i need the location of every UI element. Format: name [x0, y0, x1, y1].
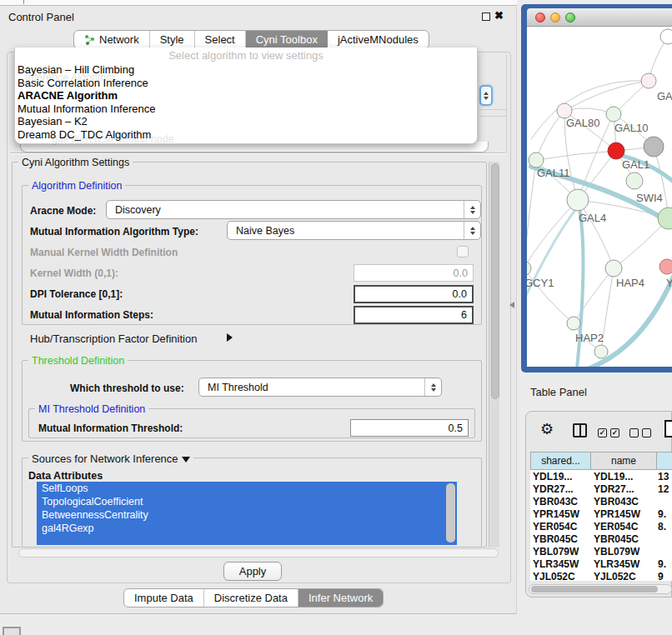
tab-cyni-toolbox[interactable]: Cyni Toolbox	[246, 31, 328, 48]
network-node[interactable]	[644, 137, 664, 157]
algorithm-option[interactable]: Dream8 DC_TDC Algorithm	[18, 128, 477, 142]
network-node[interactable]	[659, 259, 672, 274]
kernel-width-field[interactable]: 0.0	[354, 264, 474, 282]
algorithm-combo-stepper[interactable]	[479, 85, 493, 106]
tab-discretize-data[interactable]: Discretize Data	[204, 589, 298, 607]
network-node-gal1[interactable]	[608, 142, 624, 159]
table-row[interactable]: YLR345W YLR345W 9.	[530, 558, 672, 570]
network-node[interactable]	[660, 29, 672, 44]
threshold-definition-title: Threshold Definition	[28, 355, 128, 367]
attribute-item[interactable]: SelfLoops	[37, 482, 457, 495]
network-node-gal11[interactable]	[529, 152, 544, 168]
close-icon[interactable]: ✖	[494, 9, 504, 22]
cell-shared: YBR043C	[530, 496, 591, 508]
network-node[interactable]	[641, 73, 656, 88]
table-row[interactable]: YDL19... YDL19... 13	[530, 470, 672, 482]
mi-threshold-field[interactable]: 0.5	[350, 419, 469, 437]
algorithm-option[interactable]: Basic Correlation Inference	[18, 77, 477, 90]
tab-impute-data-label: Impute Data	[134, 592, 193, 604]
network-view-window[interactable]: GAL GAL80 GAL10 GAL1 GAL11 SWI4 GAL4 GCY…	[521, 4, 672, 372]
mi-steps-field[interactable]: 6	[354, 306, 474, 324]
gear-icon[interactable]: ⚙	[540, 422, 554, 437]
data-attributes-list[interactable]: SelfLoops TopologicalCoefficient Between…	[37, 482, 457, 545]
cell-name: YER054C	[591, 521, 656, 532]
window-top-strip	[0, 0, 517, 6]
table-row[interactable]: YDR27... YDR27... 12	[530, 482, 672, 495]
network-node-swi4[interactable]	[626, 172, 643, 189]
hub-definition-label[interactable]: Hub/Transcription Factor Definition	[30, 332, 197, 345]
node-label-hap2: HAP2	[575, 332, 604, 344]
sources-collapse-arrow-icon[interactable]	[182, 457, 190, 462]
sources-title-text: Sources for Network Inference	[32, 452, 178, 465]
split-columns-icon[interactable]	[573, 423, 587, 438]
tab-impute-data[interactable]: Impute Data	[124, 589, 204, 607]
settings-hscrollbar[interactable]	[18, 548, 499, 558]
manual-kernel-checkbox[interactable]	[457, 246, 469, 258]
column-header-shared[interactable]: shared...	[530, 452, 591, 470]
network-node-hap4[interactable]	[605, 260, 622, 277]
network-canvas[interactable]: GAL GAL80 GAL10 GAL1 GAL11 SWI4 GAL4 GCY…	[527, 27, 672, 367]
table-row[interactable]: YBR043C YBR043C	[530, 495, 672, 508]
algorithm-option[interactable]: Bayesian – K2	[18, 115, 477, 128]
table-row[interactable]: YER054C YER054C 8.	[530, 520, 672, 532]
settings-scrollbar[interactable]	[489, 162, 499, 548]
attribute-item[interactable]: BetweennessCentrality	[37, 508, 457, 522]
tab-network[interactable]: Network	[74, 31, 150, 48]
table-row[interactable]: YJL052C YJL052C 9	[530, 570, 672, 581]
settings-scrollbar-thumb[interactable]	[491, 163, 499, 399]
network-window-titlebar[interactable]	[527, 8, 672, 27]
aracne-mode-combo[interactable]: Discovery	[106, 200, 481, 219]
attribute-item[interactable]: TopologicalCoefficient	[37, 495, 457, 508]
split-collapse-arrow-icon[interactable]	[509, 302, 514, 308]
minimize-traffic-light-icon[interactable]	[550, 12, 560, 22]
attribute-item[interactable]: gal4RGexp	[37, 522, 457, 535]
node-label-gcy1: GCY1	[527, 277, 554, 289]
close-traffic-light-icon[interactable]	[535, 12, 545, 22]
cell-name: YJL052C	[591, 571, 656, 582]
node-label-gal1: GAL1	[622, 158, 649, 171]
algorithm-option[interactable]: Bayesian – Hill Climbing	[18, 63, 477, 77]
control-panel-window: Control Panel ✖ Network Style Select Cyn…	[0, 7, 517, 614]
minimized-panel-icon[interactable]	[3, 627, 21, 635]
dpi-tolerance-field[interactable]: 0.0	[354, 285, 474, 303]
network-icon	[84, 34, 95, 45]
network-node-gal10[interactable]	[606, 107, 621, 122]
tab-style[interactable]: Style	[150, 31, 195, 48]
cell-value: 9	[656, 571, 672, 582]
page-icon[interactable]	[664, 420, 672, 438]
network-node[interactable]	[594, 345, 608, 358]
which-threshold-combo[interactable]: MI Threshold	[198, 378, 442, 397]
combo-stepper-icon	[464, 222, 480, 239]
column-header-partial[interactable]	[657, 452, 672, 470]
unchecked-pair-icon[interactable]	[629, 428, 651, 438]
tab-select[interactable]: Select	[195, 31, 246, 48]
checked-pair-icon[interactable]: ✓✓	[598, 428, 619, 438]
table-row[interactable]: YBL079W YBL079W	[530, 545, 672, 558]
zoom-traffic-light-icon[interactable]	[565, 12, 575, 22]
panel-divider-line	[479, 109, 507, 110]
network-node-gal4[interactable]	[567, 189, 589, 211]
algorithm-option-selected[interactable]: ARACNE Algorithm	[18, 89, 477, 102]
table-row[interactable]: YPR145W YPR145W 9.	[530, 508, 672, 520]
node-label-gal4: GAL4	[579, 212, 606, 224]
attributes-scrollbar-thumb[interactable]	[446, 483, 455, 542]
mi-type-value: Naive Bayes	[236, 225, 294, 237]
table-row[interactable]: YBR045C YBR045C	[530, 532, 672, 545]
network-node-hap2[interactable]	[567, 317, 580, 330]
tab-jactivemnodules[interactable]: jActiveMNodules	[328, 31, 429, 48]
table-hscrollbar[interactable]	[529, 584, 672, 594]
cell-name: YBR043C	[591, 496, 656, 508]
hub-expand-arrow-icon[interactable]	[227, 333, 233, 342]
mi-type-combo[interactable]: Naive Bayes	[227, 221, 481, 240]
algorithm-option[interactable]: Mutual Information Inference	[18, 102, 477, 116]
network-node-gcy1[interactable]	[527, 261, 531, 276]
mi-threshold-value: 0.5	[449, 422, 463, 434]
column-header-name[interactable]: name	[591, 452, 657, 470]
apply-button[interactable]: Apply	[223, 562, 282, 581]
table-panel-window: ⚙ ✓✓ shared... name YDL19... YDL19... 13…	[525, 411, 672, 598]
data-attributes-label: Data Attributes	[28, 470, 103, 482]
tab-infer-network[interactable]: Infer Network	[298, 589, 383, 607]
network-node[interactable]	[658, 208, 672, 229]
table-hscrollbar-thumb[interactable]	[531, 586, 658, 592]
float-window-icon[interactable]	[482, 12, 490, 21]
